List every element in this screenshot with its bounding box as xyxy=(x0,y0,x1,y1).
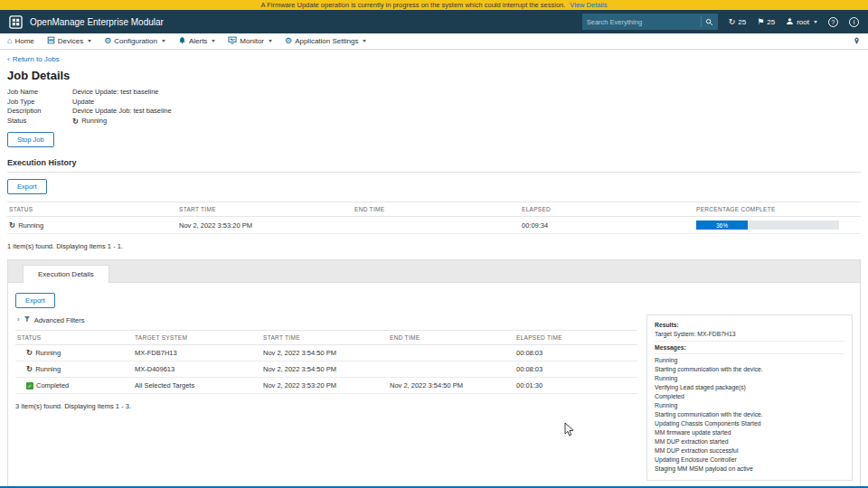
app-title: OpenManage Enterprise Modular xyxy=(30,17,164,27)
message-item: Starting communication with the device. xyxy=(655,365,844,374)
pin-icon[interactable] xyxy=(853,37,861,45)
nav-devices[interactable]: Devices xyxy=(47,36,91,46)
history-summary: 1 item(s) found. Displaying items 1 - 1. xyxy=(7,242,861,250)
tab-execution-details[interactable]: Execution Details xyxy=(23,265,109,283)
row-end-time xyxy=(388,361,514,378)
filter-funnel-icon xyxy=(24,315,31,324)
nav-alerts[interactable]: Alerts xyxy=(178,36,215,46)
message-item: Updating Enclosure Controller xyxy=(655,455,844,465)
main-nav: ⌂ Home Devices ⚙ Configuration Alerts Mo… xyxy=(0,33,868,50)
message-item: Running xyxy=(655,401,844,410)
user-icon xyxy=(786,17,794,27)
completed-check-icon: ✓ xyxy=(26,382,33,389)
advanced-filters-toggle[interactable]: › Advanced Filters xyxy=(17,315,85,324)
alerts-count: 25 xyxy=(767,18,775,26)
nav-monitor[interactable]: Monitor xyxy=(228,36,272,46)
execution-details-table: STATUS TARGET SYSTEM START TIME END TIME… xyxy=(15,330,637,394)
field-label: Description xyxy=(7,107,72,117)
search-divider xyxy=(701,16,702,27)
caret-down-icon xyxy=(162,40,165,42)
execution-history-table: STATUS START TIME END TIME ELAPSED PERCE… xyxy=(7,202,861,234)
col-status: STATUS xyxy=(15,331,133,345)
header-actions: ↻ 25 ⚑ 25 root ? i xyxy=(582,14,859,30)
help-icon[interactable]: ? xyxy=(828,17,838,27)
caret-down-icon xyxy=(363,40,366,42)
execution-details-content: Export › Advanced Filters STA xyxy=(8,283,860,488)
row-end-time xyxy=(353,217,520,234)
table-row[interactable]: ✓Completed All Selected Targets Nov 2, 2… xyxy=(15,378,637,394)
view-details-link[interactable]: View Details xyxy=(570,1,607,9)
progress-fill: 36% xyxy=(696,221,748,230)
row-start-time: Nov 2, 2022 3:53:20 PM xyxy=(261,378,388,394)
nav-label-devices: Devices xyxy=(58,37,83,45)
nav-application-settings[interactable]: ⚙ Application Settings xyxy=(285,37,366,45)
execution-details-panel: Execution Details Export › Advanced Filt… xyxy=(7,259,861,488)
col-target-system: TARGET SYSTEM xyxy=(133,331,261,345)
row-elapsed: 00:08:03 xyxy=(514,361,637,378)
col-end-time: END TIME xyxy=(388,331,514,345)
home-icon: ⌂ xyxy=(7,37,12,45)
row-status: Running xyxy=(18,221,43,230)
breadcrumb[interactable]: ‹ Return to Jobs xyxy=(7,55,60,63)
row-elapsed: 00:09:34 xyxy=(520,217,694,234)
field-value: Device Update Job: test baseline xyxy=(72,107,172,117)
table-header-row: STATUS START TIME END TIME ELAPSED PERCE… xyxy=(7,202,861,217)
page-title: Job Details xyxy=(7,70,861,82)
devices-icon xyxy=(47,36,55,46)
alerts-indicator[interactable]: ⚑ 25 xyxy=(757,18,775,26)
results-title: Results: xyxy=(655,322,844,328)
row-target-system: MX-D409613 xyxy=(133,361,261,378)
info-icon[interactable]: i xyxy=(849,17,859,27)
running-icon: ↻ xyxy=(9,221,15,230)
running-icon: ↻ xyxy=(26,365,33,373)
running-icon: ↻ xyxy=(72,117,79,126)
col-start-time: START TIME xyxy=(177,202,353,217)
search-icon[interactable] xyxy=(705,14,713,30)
settings-gear-icon: ⚙ xyxy=(285,37,292,45)
table-row[interactable]: ↻Running MX-D409613 Nov 2, 2022 3:54:50 … xyxy=(15,361,637,378)
message-item: Staging MM MSM payload on active xyxy=(655,465,844,474)
row-target-system: MX-FDB7H13 xyxy=(133,345,261,361)
nav-configuration[interactable]: ⚙ Configuration xyxy=(104,37,165,45)
messages-title: Messages: xyxy=(655,344,844,354)
row-status: Running xyxy=(35,365,61,373)
history-export-button[interactable]: Export xyxy=(7,179,47,194)
table-row[interactable]: ↻Running Nov 2, 2022 3:53:20 PM 00:09:34… xyxy=(7,217,861,234)
field-status: Status ↻ Running xyxy=(7,117,861,127)
field-label: Job Name xyxy=(7,88,72,98)
field-description: Description Device Update Job: test base… xyxy=(7,107,861,117)
message-item: Completed xyxy=(655,392,844,401)
search-input[interactable] xyxy=(587,18,697,26)
jobs-indicator[interactable]: ↻ 25 xyxy=(729,18,746,26)
openmanage-logo xyxy=(9,15,23,29)
row-start-time: Nov 2, 2022 3:53:20 PM xyxy=(177,217,353,234)
breadcrumb-label: Return to Jobs xyxy=(13,55,60,63)
chevron-right-icon: › xyxy=(17,316,20,324)
progress-bar: 36% xyxy=(696,221,839,230)
nav-home[interactable]: ⌂ Home xyxy=(7,37,34,45)
message-item: MM DUP extraction successful xyxy=(655,446,844,455)
message-item: Starting communication with the device. xyxy=(655,410,844,419)
row-start-time: Nov 2, 2022 3:54:50 PM xyxy=(261,345,388,361)
stop-job-button[interactable]: Stop Job xyxy=(7,132,54,147)
global-search xyxy=(582,14,718,30)
row-target-system: All Selected Targets xyxy=(133,378,261,394)
details-export-button[interactable]: Export xyxy=(15,293,55,308)
caret-down-icon xyxy=(88,40,91,42)
nav-label-home: Home xyxy=(14,37,33,45)
advanced-filters-label: Advanced Filters xyxy=(34,316,85,324)
nav-label-application-settings: Application Settings xyxy=(295,37,358,45)
col-end-time: END TIME xyxy=(353,202,520,217)
monitor-icon xyxy=(228,36,237,46)
firmware-warning-banner: A Firmware Update operation is currently… xyxy=(0,0,868,10)
table-row[interactable]: ↻Running MX-FDB7H13 Nov 2, 2022 3:54:50 … xyxy=(15,345,637,361)
jobs-count: 25 xyxy=(738,18,746,26)
nav-label-monitor: Monitor xyxy=(240,37,264,45)
user-menu[interactable]: root xyxy=(786,17,817,27)
bell-icon xyxy=(178,36,186,46)
status-text: Running xyxy=(81,117,107,127)
banner-message: A Firmware Update operation is currently… xyxy=(261,1,566,9)
field-label: Status xyxy=(7,117,72,127)
details-body: › Advanced Filters STATUS TARGET SYSTEM xyxy=(15,314,853,481)
row-start-time: Nov 2, 2022 3:54:50 PM xyxy=(261,361,388,378)
